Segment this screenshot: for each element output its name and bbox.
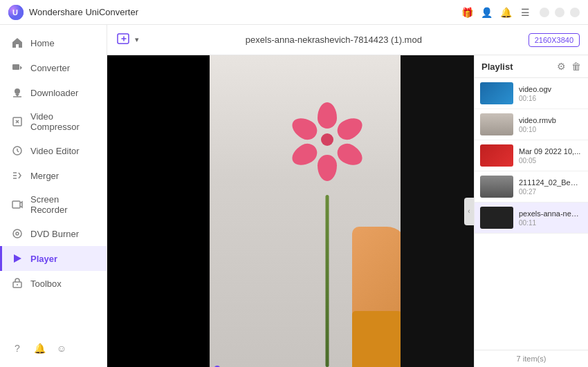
playlist-item-name-2: video.rmvb <box>519 116 581 124</box>
sidebar-item-dvd-burner[interactable]: DVD Burner <box>0 221 107 246</box>
petal-6 <box>288 113 321 143</box>
playlist-item-name-4: 211124_02_Beau... <box>519 178 581 187</box>
main-layout: Home Converter Downloader Video Compress… <box>0 25 588 367</box>
sidebar: Home Converter Downloader Video Compress… <box>0 25 107 367</box>
video-player: ‹ ⏮ ▶ ⏭ ■ 00:03/00:11 🔊 <box>107 55 474 367</box>
sidebar-item-merger[interactable]: Merger <box>0 163 107 188</box>
playlist-thumb-5 <box>480 207 513 229</box>
minimize-button[interactable]: ─ <box>540 8 549 17</box>
filename-display: pexels-anna-nekrashevich-7814423 (1).mod <box>145 35 523 45</box>
playlist-item-4[interactable]: 211124_02_Beau... 00:27 <box>475 171 588 203</box>
playlist-thumb-3 <box>480 144 513 167</box>
notification-bell-icon[interactable]: 🔔 <box>499 6 512 19</box>
playlist-title: Playlist <box>481 62 513 72</box>
playlist-item-info-2: video.rmvb 00:10 <box>519 116 582 133</box>
playlist-item-name-5: pexels-anna-nek... <box>519 209 581 218</box>
window-controls: ─ □ ✕ <box>540 8 580 17</box>
playlist-item-2[interactable]: video.rmvb 00:10 <box>475 109 588 140</box>
merger-icon <box>11 169 24 182</box>
help-icon[interactable]: ? <box>11 342 24 355</box>
downloader-icon <box>11 86 24 99</box>
flower-stem <box>326 195 329 367</box>
playlist-item-info-3: Mar 09 2022 10,... 00:05 <box>519 147 582 164</box>
petal-5 <box>288 140 321 169</box>
video-black-right <box>401 55 474 367</box>
playlist-items: video.ogv 00:16 video.rmvb 00:10 <box>475 78 588 350</box>
dvd-icon <box>11 227 24 240</box>
playlist-header: Playlist ⚙ 🗑 <box>475 55 588 78</box>
playlist-item-duration-2: 00:10 <box>519 126 582 133</box>
feedback-icon[interactable]: ☺ <box>55 342 68 355</box>
playlist-panel: Playlist ⚙ 🗑 video.ogv 00:16 <box>474 55 588 367</box>
playlist-item-name-1: video.ogv <box>519 85 581 93</box>
playlist-item-duration-3: 00:05 <box>519 157 582 164</box>
svg-point-8 <box>13 229 21 238</box>
content-area: ▾ pexels-anna-nekrashevich-7814423 (1).m… <box>107 25 588 367</box>
playlist-thumb-4 <box>480 176 513 198</box>
titlebar: U Wondershare UniConverter 🎁 👤 🔔 ☰ ─ □ ✕ <box>0 0 588 25</box>
svg-rect-7 <box>12 201 20 208</box>
compress-icon <box>11 115 24 128</box>
petal-1 <box>318 102 337 129</box>
svg-rect-2 <box>12 64 19 70</box>
add-file-chevron-icon: ▾ <box>135 35 139 44</box>
video-content <box>107 55 474 367</box>
svg-point-3 <box>15 88 20 94</box>
playlist-item-duration-4: 00:27 <box>519 188 582 196</box>
hamburger-menu-icon[interactable]: ☰ <box>519 6 531 19</box>
recorder-icon <box>11 198 24 211</box>
player-topbar: ▾ pexels-anna-nekrashevich-7814423 (1).m… <box>107 25 588 55</box>
sidebar-item-player[interactable]: Player <box>0 246 107 271</box>
collapse-panel-button[interactable]: ‹ <box>464 198 474 225</box>
petal-4 <box>318 155 337 181</box>
svg-text:U: U <box>12 8 18 17</box>
playlist-thumb-2 <box>480 113 513 135</box>
app-title: Wondershare UniConverter <box>29 7 461 17</box>
sidebar-item-video-compressor[interactable]: Video Compressor <box>0 105 107 138</box>
petal-2 <box>334 113 367 143</box>
playlist-settings-icon[interactable]: ⚙ <box>557 61 566 72</box>
player-icon <box>11 252 24 265</box>
resolution-badge[interactable]: 2160X3840 <box>529 33 580 47</box>
playlist-item-info-4: 211124_02_Beau... 00:27 <box>519 178 582 196</box>
petal-3 <box>334 140 367 169</box>
app-logo: U <box>8 5 24 20</box>
sidebar-item-video-editor[interactable]: Video Editor <box>0 138 107 163</box>
gift-icon[interactable]: 🎁 <box>461 6 473 19</box>
playlist-item-info-5: pexels-anna-nek... 00:11 <box>519 209 582 227</box>
playlist-thumb-1 <box>480 82 513 104</box>
playlist-header-icons: ⚙ 🗑 <box>557 61 581 72</box>
playlist-footer: 7 item(s) <box>475 350 588 367</box>
sidebar-item-screen-recorder[interactable]: Screen Recorder <box>0 188 107 221</box>
maximize-button[interactable]: □ <box>555 8 564 17</box>
playlist-item-duration-5: 00:11 <box>519 219 582 227</box>
flower-center <box>321 133 333 146</box>
flower-head <box>303 115 351 164</box>
titlebar-action-icons: 🎁 👤 🔔 ☰ <box>461 6 531 19</box>
sidebar-item-downloader[interactable]: Downloader <box>0 80 107 105</box>
playlist-item-duration-1: 00:16 <box>519 95 582 102</box>
playlist-count: 7 item(s) <box>517 355 546 363</box>
alert-icon[interactable]: 🔔 <box>33 342 46 355</box>
video-black-left <box>107 55 217 367</box>
playlist-item-3[interactable]: Mar 09 2022 10,... 00:05 <box>475 140 588 171</box>
playlist-item-name-3: Mar 09 2022 10,... <box>519 147 581 156</box>
add-file-button[interactable]: ▾ <box>116 32 139 48</box>
hand-sleeve <box>352 311 401 367</box>
sidebar-bottom: ? 🔔 ☺ <box>0 335 107 361</box>
sidebar-item-home[interactable]: Home <box>0 30 107 55</box>
user-icon[interactable]: 👤 <box>480 6 493 19</box>
playlist-clear-icon[interactable]: 🗑 <box>571 61 581 72</box>
playlist-item[interactable]: video.ogv 00:16 <box>475 78 588 109</box>
hand-visual <box>352 227 401 367</box>
playlist-item-5[interactable]: pexels-anna-nek... 00:11 <box>475 203 588 234</box>
video-visible-area <box>210 55 401 367</box>
sidebar-item-converter[interactable]: Converter <box>0 55 107 80</box>
editor-icon <box>11 144 24 157</box>
svg-point-9 <box>16 232 19 235</box>
toolbox-icon <box>11 277 24 290</box>
close-button[interactable]: ✕ <box>570 8 580 17</box>
playlist-item-info-1: video.ogv 00:16 <box>519 85 582 102</box>
converter-icon <box>11 62 24 74</box>
sidebar-item-toolbox[interactable]: Toolbox <box>0 271 107 296</box>
